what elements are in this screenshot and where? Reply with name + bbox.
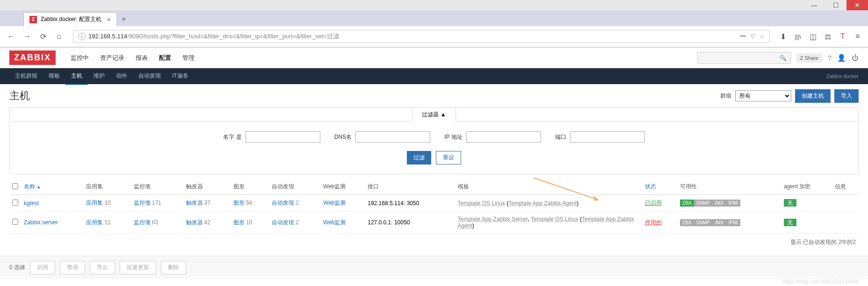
filter-port-input[interactable] [570,131,645,143]
new-tab-button[interactable]: + [117,12,130,26]
disable-button[interactable]: 禁用 [60,261,85,274]
user-icon[interactable]: 👤 [837,54,846,62]
host-link[interactable]: kgtest [24,200,39,207]
library-icon[interactable]: |||\ [793,32,803,41]
filter-ip-field: IP 地址 [444,131,541,143]
status-toggle[interactable]: 已启用 [645,200,662,206]
group-select[interactable]: 所有 [735,90,791,101]
window-maximize[interactable]: ☐ [825,0,846,10]
col-status[interactable]: 状态 [642,179,678,195]
import-button[interactable]: 导入 [834,89,859,103]
share-button[interactable]: Z Share [796,53,822,63]
sub-nav-item[interactable]: IT服务 [166,68,194,85]
template-link[interactable]: Template OS Linux [458,200,505,207]
triggers-link[interactable]: 触发器 [186,200,203,206]
sub-nav-item[interactable]: 主机群组 [9,68,43,85]
main-nav-item[interactable]: 资产记录 [94,48,130,68]
graphs-link[interactable]: 图形 [233,200,245,206]
sub-nav-item[interactable]: 模板 [43,68,65,85]
filter-apply-button[interactable]: 过滤 [407,151,431,164]
apps-link[interactable]: 应用集 [86,200,103,206]
discovery-link[interactable]: 自动发现 [272,219,294,226]
sub-nav-item[interactable]: 维护 [88,68,110,85]
apps-link[interactable]: 应用集 [86,219,103,226]
help-icon[interactable]: ? [828,54,832,62]
triggers-link[interactable]: 触发器 [186,219,203,226]
items-count: 171 [152,200,161,206]
templates-cell: Template OS Linux (Template App Zabbix A… [455,195,642,212]
items-count: 63 [152,219,158,226]
window-close[interactable]: ✕ [846,0,868,10]
nav-forward-icon[interactable]: → [22,31,33,42]
url-bar[interactable]: i 192.168.5.114:9090/hosts.php?filter_ho… [73,30,770,43]
main-nav-item[interactable]: 报表 [130,48,153,68]
encrypt-badge: 无 [784,199,796,207]
sub-nav-item[interactable]: 动作 [110,68,133,85]
mass-update-button[interactable]: 批量更新 [120,261,156,274]
avail-snmp-badge: SNMP [694,200,712,207]
menu-icon[interactable]: ≡ [853,32,862,41]
extension-t-icon[interactable]: T [838,32,847,41]
main-nav-item[interactable]: 监控中 [65,48,94,68]
url-star-icon[interactable]: ☆ [760,33,765,40]
page-title: 主机 [9,89,720,103]
items-link[interactable]: 监控项 [134,200,151,206]
nav-reload-icon[interactable]: ⟳ [37,31,49,42]
web-link[interactable]: Web监测 [323,219,346,226]
url-path: :9090/hosts.php?filter_host=&filter_dns=… [127,33,339,40]
filter-name-input[interactable] [246,131,320,143]
discovery-link[interactable]: 自动发现 [272,200,294,206]
template-link[interactable]: Template OS Linux [531,216,578,222]
table-row: Zabbix server应用集11监控项63触发器42图形10自动发现2Web… [9,212,859,234]
filter-tab[interactable]: 过滤器 ▲ [412,108,456,122]
search-input[interactable]: 🔍 [697,52,791,64]
interface-cell: 127.0.0.1: 10050 [365,212,455,234]
row-checkbox[interactable] [12,200,18,206]
row-checkbox[interactable] [12,219,18,225]
main-nav-item[interactable]: 配置 [153,48,177,68]
delete-button[interactable]: 删除 [161,261,186,274]
nav-home-icon[interactable]: ⌂ [53,31,65,42]
window-minimize[interactable]: — [803,0,825,10]
download-icon[interactable]: ⬇ [778,32,788,41]
apps-count: 10 [104,200,110,206]
template-link[interactable]: Template App Zabbix Agent [508,200,577,207]
url-dots-icon[interactable]: ••• [740,33,746,40]
host-link[interactable]: Zabbix server [24,219,58,226]
url-info-icon[interactable]: i [78,33,86,40]
main-nav-item[interactable]: 管理 [177,48,200,68]
browser-tab[interactable]: Z Zabbix docker: 配置主机 × [23,12,117,26]
sub-nav-item[interactable]: 主机 [65,68,88,85]
interface-cell: 192.168.5.114: 3050 [365,195,455,212]
filter-dns-field: DNS名 [334,131,430,143]
sub-nav-item[interactable]: 自动发现 [133,68,166,85]
sidebar-icon[interactable]: ◫ [808,32,817,41]
nav-back-icon[interactable]: ← [6,31,17,42]
graphs-link[interactable]: 图形 [233,219,245,226]
filter-dns-input[interactable] [355,131,430,143]
availability-group: ZBXSNMPJMXIPMI [680,219,778,226]
sort-arrow-icon: ▲ [36,185,41,189]
zabbix-logo[interactable]: ZABBIX [9,50,56,65]
web-link[interactable]: Web监测 [323,200,346,206]
create-host-button[interactable]: 创建主机 [795,89,831,103]
filter-ip-input[interactable] [466,131,541,143]
items-link[interactable]: 监控项 [134,219,151,226]
template-link[interactable]: Template App Zabbix Server [458,216,528,222]
filter-name-field: 名字 是 [223,131,320,143]
select-all-checkbox[interactable] [12,183,18,189]
url-pocket-icon[interactable]: ▽ [751,33,755,40]
export-button[interactable]: 导出 [90,261,115,274]
status-toggle[interactable]: 停用的 [645,219,662,226]
filter-reset-button[interactable]: 重设 [436,151,461,164]
power-icon[interactable]: ⏻ [852,54,859,62]
tab-close-icon[interactable]: × [107,16,111,23]
table-row: kgtest应用集10监控项171触发器37图形58自动发现2Web监测192.… [9,195,859,212]
bottom-action-bar: 0 选择 启用 禁用 导出 批量更新 删除 [0,256,868,279]
balance-icon[interactable]: ⚖ [823,32,832,41]
enable-button[interactable]: 启用 [30,261,55,274]
col-name[interactable]: 名称 ▲ [21,179,83,195]
avail-ipmi-badge: IPMI [726,219,740,226]
nav-bar: ← → ⟳ ⌂ i 192.168.5.114:9090/hosts.php?f… [0,26,868,47]
col-encrypt: agent 加密 [781,179,832,195]
